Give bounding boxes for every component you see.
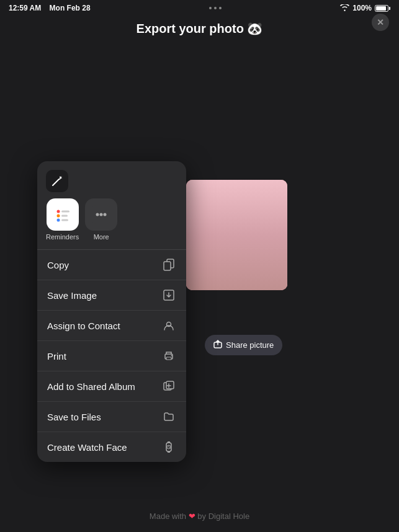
shared-album-label: Add to Shared Album xyxy=(47,381,135,392)
shared-album-menu-item[interactable]: Add to Shared Album xyxy=(37,371,186,402)
watch-face-label: Create Watch Face xyxy=(47,442,127,453)
svg-point-25 xyxy=(171,355,173,357)
svg-rect-31 xyxy=(168,451,170,453)
app-shortcuts: Reminders More xyxy=(37,198,186,249)
share-picture-icon xyxy=(213,340,222,350)
dot-2 xyxy=(214,7,217,9)
share-picture-button[interactable]: Share picture xyxy=(205,335,282,355)
share-panel: Reminders More Copy S xyxy=(37,161,186,462)
share-picture-label: Share picture xyxy=(226,340,274,350)
status-date: Mon Feb 28 xyxy=(50,4,91,12)
magic-wand-icon xyxy=(46,170,68,192)
footer-prefix: Made with xyxy=(150,512,189,521)
battery-percentage: 100% xyxy=(352,4,372,12)
svg-point-16 xyxy=(96,213,99,216)
watch-face-menu-item[interactable]: Create Watch Face xyxy=(37,432,186,462)
footer: Made with ❤ by Digital Hole xyxy=(0,512,399,521)
save-files-menu-item[interactable]: Save to Files xyxy=(37,402,186,432)
footer-heart: ❤ xyxy=(189,512,195,521)
svg-rect-0 xyxy=(186,180,287,290)
footer-suffix: by Digital Hole xyxy=(195,512,249,521)
shared-album-icon xyxy=(161,379,176,394)
svg-rect-12 xyxy=(61,211,69,213)
svg-line-4 xyxy=(53,179,59,185)
svg-rect-20 xyxy=(164,262,171,270)
svg-rect-27 xyxy=(166,381,174,389)
wifi-icon xyxy=(340,4,349,12)
watch-face-icon xyxy=(161,440,176,454)
copy-label: Copy xyxy=(47,260,69,270)
page-title: Export your photo 🐼 xyxy=(0,21,399,36)
save-files-label: Save to Files xyxy=(47,412,101,422)
copy-icon xyxy=(161,257,176,272)
dot-1 xyxy=(209,7,212,9)
svg-point-17 xyxy=(100,213,103,216)
status-right: 100% xyxy=(340,4,390,12)
print-menu-item[interactable]: Print xyxy=(37,341,186,371)
photo-preview xyxy=(186,180,287,290)
reminders-label: Reminders xyxy=(46,233,79,241)
reminders-icon xyxy=(47,198,79,231)
print-label: Print xyxy=(47,351,66,361)
save-image-menu-item[interactable]: Save Image xyxy=(37,280,186,311)
svg-rect-24 xyxy=(166,357,171,360)
dot-3 xyxy=(219,7,222,9)
copy-menu-item[interactable]: Copy xyxy=(37,250,186,280)
photo-bg xyxy=(186,180,287,290)
svg-rect-14 xyxy=(61,219,68,221)
app-icon-bar xyxy=(37,161,186,198)
status-bar: 12:59 AM Mon Feb 28 100% xyxy=(0,0,399,15)
status-dots xyxy=(209,7,222,9)
assign-contact-label: Assign to Contact xyxy=(47,321,120,331)
more-label: More xyxy=(94,233,109,241)
reminders-shortcut[interactable]: Reminders xyxy=(46,198,79,241)
battery-icon xyxy=(375,5,390,12)
close-button[interactable]: ✕ xyxy=(372,14,389,31)
more-icon xyxy=(85,198,117,231)
print-icon xyxy=(161,348,176,363)
more-shortcut[interactable]: More xyxy=(85,198,117,241)
assign-contact-icon xyxy=(161,318,176,333)
svg-rect-30 xyxy=(168,441,170,443)
svg-point-9 xyxy=(56,210,60,213)
svg-point-11 xyxy=(56,219,60,222)
svg-rect-2 xyxy=(242,236,261,260)
save-files-icon xyxy=(161,409,176,424)
save-image-label: Save Image xyxy=(47,290,97,301)
assign-contact-menu-item[interactable]: Assign to Contact xyxy=(37,311,186,341)
svg-point-10 xyxy=(56,215,60,218)
svg-point-1 xyxy=(225,198,253,230)
save-image-icon xyxy=(161,288,176,303)
status-time: 12:59 AM xyxy=(9,4,41,12)
svg-rect-13 xyxy=(61,215,68,217)
svg-point-18 xyxy=(104,213,107,216)
